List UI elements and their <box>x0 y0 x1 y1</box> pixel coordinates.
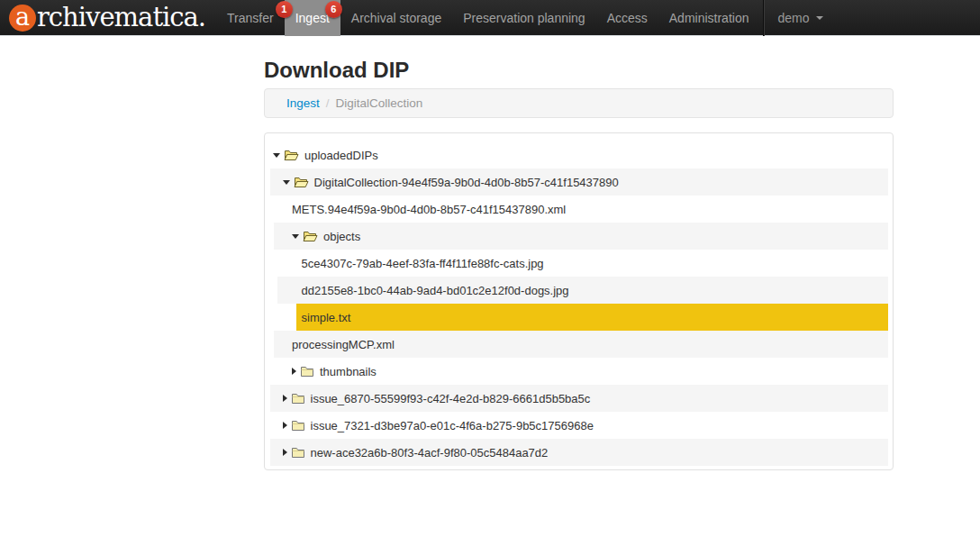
nav-item-label: Archival storage <box>351 11 441 25</box>
caret-right-icon[interactable] <box>283 449 287 456</box>
nav-item-label: Administration <box>669 11 749 25</box>
tree-entry: DigitalCollection-94e4f59a-9b0d-4d0b-8b5… <box>277 168 889 196</box>
breadcrumb: Ingest / DigitalCollection <box>264 88 894 118</box>
tree-item-label: uploadedDIPs <box>304 149 378 162</box>
logo-wordmark: rchivematica. <box>37 5 205 31</box>
tree-item-label: issue_6870-55599f93-c42f-4e2d-b829-6661d… <box>311 392 591 405</box>
tree-item-folder[interactable]: DigitalCollection-94e4f59a-9b0d-4d0b-8b5… <box>270 168 888 196</box>
tree-item-folder[interactable]: objects <box>274 223 888 250</box>
tree-entry: new-ace32a6b-80f3-4acf-9f80-05c5484aa7d2 <box>277 439 889 466</box>
notification-badge: 1 <box>276 1 293 18</box>
user-menu-label: demo <box>777 11 809 25</box>
dip-file-tree: uploadedDIPsDigitalCollection-94e4f59a-9… <box>264 132 894 470</box>
tree-item-label: processingMCP.xml <box>292 338 395 351</box>
nav-item-administration[interactable]: Administration <box>658 0 760 36</box>
tree-indent <box>277 277 296 304</box>
tree-indent <box>277 304 296 331</box>
tree-item-file[interactable]: processingMCP.xml <box>274 331 888 358</box>
nav-item-label: Access <box>607 11 648 25</box>
tree-entry: 5ce4307c-79ab-4eef-83fa-ff4f11fe88fc-cat… <box>296 250 889 277</box>
nav-item-preservation-planning[interactable]: Preservation planning <box>452 0 595 36</box>
main-nav: Transfer1Ingest6Archival storagePreserva… <box>216 0 759 36</box>
tree-item-label: issue_7321-d3be97a0-e01c-4f6a-b275-9b5c1… <box>311 419 594 432</box>
nav-item-label: Ingest <box>295 11 330 25</box>
tree-item-label: METS.94e4f59a-9b0d-4d0b-8b57-c41f1543789… <box>292 203 566 216</box>
tree-item-file[interactable]: 5ce4307c-79ab-4eef-83fa-ff4f11fe88fc-cat… <box>277 250 888 277</box>
caret-down-icon[interactable] <box>283 180 290 185</box>
folder-open-icon <box>284 149 299 161</box>
nav-item-archival-storage[interactable]: Archival storage <box>340 0 452 36</box>
breadcrumb-separator: / <box>320 96 336 110</box>
tree-entry: objects <box>286 223 888 250</box>
tree-item-label: simple.txt <box>302 311 351 324</box>
folder-closed-icon <box>291 419 305 432</box>
tree-item-folder[interactable]: issue_6870-55599f93-c42f-4e2d-b829-6661d… <box>270 385 888 412</box>
folder-closed-icon <box>300 365 314 378</box>
tree-indent <box>274 358 286 385</box>
nav-item-access[interactable]: Access <box>596 0 658 36</box>
tree-entry: thumbnails <box>286 358 888 385</box>
caret-right-icon[interactable] <box>292 368 296 375</box>
tree-item-folder[interactable]: new-ace32a6b-80f3-4acf-9f80-05c5484aa7d2 <box>270 439 888 466</box>
tree-item-folder[interactable]: issue_7321-d3be97a0-e01c-4f6a-b275-9b5c1… <box>270 412 888 439</box>
tree-item-file[interactable]: dd2155e8-1bc0-44ab-9ad4-bd01c2e12f0d-dog… <box>277 277 888 304</box>
tree-indent <box>270 412 277 439</box>
user-menu[interactable]: demo <box>765 0 835 36</box>
tree-entry: uploadedDIPs <box>268 141 888 168</box>
main-content: Download DIP Ingest / DigitalCollection … <box>264 36 894 470</box>
tree-item-label: objects <box>323 230 360 243</box>
caret-right-icon[interactable] <box>283 395 287 402</box>
tree-item-label: dd2155e8-1bc0-44ab-9ad4-bd01c2e12f0d-dog… <box>302 284 569 297</box>
breadcrumb-link-ingest[interactable]: Ingest <box>286 96 320 110</box>
tree-indent <box>277 250 296 277</box>
tree-indent <box>270 168 277 196</box>
folder-closed-icon <box>291 446 305 459</box>
caret-right-icon[interactable] <box>283 422 287 429</box>
top-navbar: a rchivematica. Transfer1Ingest6Archival… <box>0 0 980 36</box>
tree-item-file[interactable]: simple.txt <box>277 304 888 331</box>
tree-item-folder[interactable]: thumbnails <box>274 358 888 385</box>
tree-item-label: thumbnails <box>320 365 377 378</box>
tree-item-file[interactable]: METS.94e4f59a-9b0d-4d0b-8b57-c41f1543789… <box>274 196 888 223</box>
nav-item-label: Preservation planning <box>463 11 585 25</box>
nav-item-ingest[interactable]: Ingest6 <box>285 0 340 36</box>
tree-entry-selected: simple.txt <box>296 304 889 331</box>
tree-item-label: DigitalCollection-94e4f59a-9b0d-4d0b-8b5… <box>314 176 619 189</box>
logo-a-mark-icon: a <box>9 5 36 32</box>
chevron-down-icon <box>816 16 823 20</box>
tree-entry: dd2155e8-1bc0-44ab-9ad4-bd01c2e12f0d-dog… <box>296 277 889 304</box>
tree-entry: METS.94e4f59a-9b0d-4d0b-8b57-c41f1543789… <box>286 196 888 223</box>
tree-entry: processingMCP.xml <box>286 331 888 358</box>
caret-down-icon[interactable] <box>292 234 299 239</box>
caret-down-icon[interactable] <box>273 153 280 158</box>
nav-item-transfer[interactable]: Transfer1 <box>216 0 285 36</box>
tree-indent <box>270 385 277 412</box>
tree-item-label: new-ace32a6b-80f3-4acf-9f80-05c5484aa7d2 <box>311 446 549 460</box>
folder-open-icon <box>294 176 309 188</box>
tree-entry: issue_7321-d3be97a0-e01c-4f6a-b275-9b5c1… <box>277 412 889 439</box>
tree-indent <box>274 331 286 358</box>
page-title: Download DIP <box>264 59 894 82</box>
tree-item-label: 5ce4307c-79ab-4eef-83fa-ff4f11fe88fc-cat… <box>302 257 544 270</box>
folder-open-icon <box>303 230 318 242</box>
nav-item-label: Transfer <box>227 11 274 25</box>
tree-item-folder[interactable]: uploadedDIPs <box>267 141 888 168</box>
tree-indent <box>274 223 286 250</box>
tree-entry: issue_6870-55599f93-c42f-4e2d-b829-6661d… <box>277 385 889 412</box>
tree-indent <box>270 439 277 466</box>
archivematica-logo[interactable]: a rchivematica. <box>0 5 205 32</box>
tree-indent <box>274 196 286 223</box>
breadcrumb-current: DigitalCollection <box>336 96 423 110</box>
folder-closed-icon <box>291 392 305 405</box>
